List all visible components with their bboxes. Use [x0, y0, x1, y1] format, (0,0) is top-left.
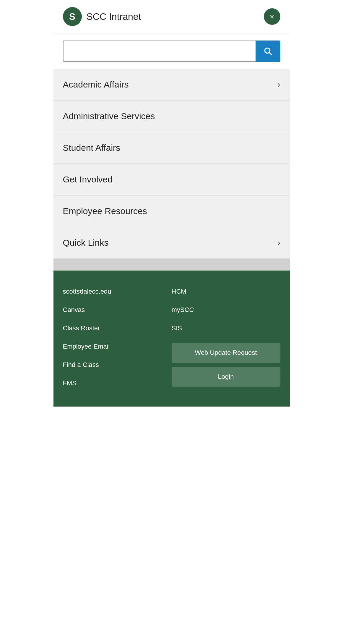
app-header: S SCC Intranet ×: [53, 0, 290, 33]
chevron-right-icon: ›: [277, 80, 280, 89]
footer-link-sis[interactable]: SIS: [172, 319, 280, 337]
nav-item-label: Employee Resources: [63, 206, 147, 216]
footer-btn-web-update-request[interactable]: Web Update Request: [172, 343, 280, 363]
search-button[interactable]: [256, 41, 280, 62]
header-left: S SCC Intranet: [63, 7, 141, 26]
nav-item-quick-links[interactable]: Quick Links›: [53, 227, 290, 259]
search-input[interactable]: [63, 41, 256, 62]
footer-btn-login[interactable]: Login: [172, 367, 280, 387]
search-icon: [263, 46, 273, 56]
spacer: [53, 259, 290, 271]
footer-link-find-a-class[interactable]: Find a Class: [63, 356, 172, 374]
footer-link-fms[interactable]: FMS: [63, 374, 172, 392]
nav-item-academic-affairs[interactable]: Academic Affairs›: [53, 69, 290, 101]
main-nav: Academic Affairs›Administrative Services…: [53, 69, 290, 259]
footer-link-hcm[interactable]: HCM: [172, 282, 280, 301]
nav-item-student-affairs[interactable]: Student Affairs: [53, 132, 290, 164]
footer-link-canvas[interactable]: Canvas: [63, 301, 172, 319]
footer-link-class-roster[interactable]: Class Roster: [63, 319, 172, 337]
app-title: SCC Intranet: [87, 11, 141, 22]
nav-item-get-involved[interactable]: Get Involved: [53, 164, 290, 195]
footer-buttons: Web Update RequestLogin: [172, 337, 280, 387]
search-section: [53, 33, 290, 69]
nav-item-label: Academic Affairs: [63, 80, 129, 90]
nav-item-employee-resources[interactable]: Employee Resources: [53, 195, 290, 227]
nav-item-label: Get Involved: [63, 174, 113, 185]
chevron-right-icon: ›: [277, 238, 280, 247]
nav-item-label: Quick Links: [63, 238, 109, 248]
close-button[interactable]: ×: [264, 8, 280, 25]
svg-line-1: [269, 53, 271, 55]
close-icon: ×: [270, 12, 274, 21]
nav-item-label: Administrative Services: [63, 111, 155, 121]
logo-letter: S: [69, 11, 75, 22]
footer: scottsdalecc.eduCanvasClass RosterEmploy…: [53, 271, 290, 407]
footer-right-col: HCMmySCCSIS Web Update RequestLogin: [172, 282, 280, 392]
footer-link-myscc[interactable]: mySCC: [172, 301, 280, 319]
footer-left-col: scottsdalecc.eduCanvasClass RosterEmploy…: [63, 282, 172, 392]
nav-item-label: Student Affairs: [63, 143, 121, 153]
app-logo: S: [63, 7, 82, 26]
footer-grid: scottsdalecc.eduCanvasClass RosterEmploy…: [63, 282, 280, 392]
footer-link-employee-email[interactable]: Employee Email: [63, 337, 172, 356]
nav-item-administrative-services[interactable]: Administrative Services: [53, 101, 290, 132]
footer-link-scottsdalecc.edu[interactable]: scottsdalecc.edu: [63, 282, 172, 301]
